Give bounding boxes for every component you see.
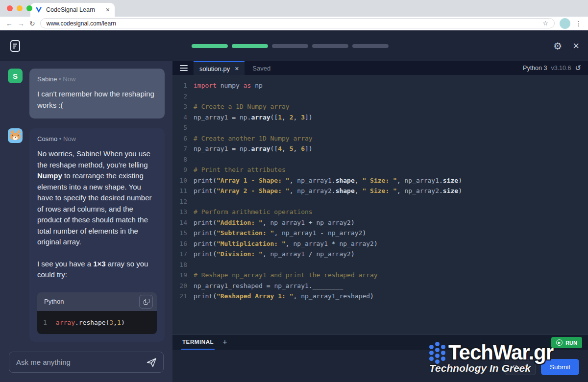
line-number: 7 <box>172 143 187 154</box>
maximize-window-button[interactable] <box>26 5 32 11</box>
back-icon[interactable]: ← <box>6 20 13 27</box>
saved-status: Saved <box>252 65 270 72</box>
reset-code-icon[interactable]: ↺ <box>575 64 581 72</box>
submit-button[interactable]: Submit <box>541 359 579 375</box>
code-line[interactable]: 17print("Division: ", np_array1 / np_arr… <box>172 249 588 260</box>
minimize-window-button[interactable] <box>17 5 23 11</box>
code-line[interactable]: 9# Print their attributes <box>172 165 588 175</box>
code-line[interactable]: 13# Perform arithmetic operations <box>172 207 588 217</box>
settings-gear-icon[interactable]: ⚙ <box>553 40 562 52</box>
runtime-name: Python 3 <box>523 65 547 72</box>
line-number: 18 <box>172 260 187 270</box>
browser-menu-icon[interactable]: ⋮ <box>575 20 582 27</box>
line-number: 4 <box>172 112 187 123</box>
progress-segment <box>272 44 308 48</box>
runtime-version: v3.10.6 <box>551 65 571 72</box>
editor-tab-solution[interactable]: solution.py × <box>194 61 245 75</box>
cosmo-bubble: Cosmo • Now No worries, Sabine! When you… <box>29 128 165 342</box>
paragraph: I can't remember how the reshaping works… <box>37 89 157 111</box>
line-number: 20 <box>172 281 187 291</box>
line-number: 14 <box>172 217 187 228</box>
line-number: 21 <box>172 291 187 302</box>
paragraph: No worries, Sabine! When you use the res… <box>37 148 157 248</box>
terminal-tab[interactable]: TERMINAL <box>181 335 215 350</box>
back-button[interactable]: Back <box>505 359 536 375</box>
chat-code-body: 1array.reshape(3,1) <box>37 311 157 334</box>
sabine-avatar: S <box>8 69 23 83</box>
message-text: No worries, Sabine! When you use the res… <box>37 148 157 281</box>
bookmark-star-icon[interactable]: ☆ <box>542 20 548 27</box>
code-line[interactable]: 18 <box>172 260 588 270</box>
code-editor[interactable]: 1import numpy as np23# Create a 1D Numpy… <box>172 75 588 334</box>
line-number: 3 <box>172 101 187 112</box>
browser-tab-title: CodeSignal Learn <box>46 6 102 13</box>
code-line[interactable]: 10print("Array 1 - Shape: ", np_array1.s… <box>172 175 588 186</box>
run-button[interactable]: ▶ RUN <box>551 337 582 348</box>
progress-segment <box>232 44 268 48</box>
editor-tab-label: solution.py <box>199 65 230 72</box>
editor-tab-close-icon[interactable]: × <box>235 65 239 72</box>
terminal-panel: TERMINAL + ▶ RUN Back Submit <box>172 334 588 382</box>
play-icon: ▶ <box>556 339 563 346</box>
chat-code-line: array.reshape(3,1) <box>56 319 125 326</box>
close-lesson-icon[interactable]: × <box>573 41 579 51</box>
code-line[interactable]: 3# Create a 1D Numpy array <box>172 101 588 112</box>
message-time: Now <box>63 75 75 83</box>
chat-message-cosmo: Cosmo • Now No worries, Sabine! When you… <box>8 128 165 342</box>
progress-bar <box>192 44 389 48</box>
line-number: 1 <box>172 80 187 91</box>
code-line[interactable]: 7np_array1 = np.array([4, 5, 6]) <box>172 143 588 154</box>
message-time: Now <box>63 135 76 143</box>
address-bar[interactable]: www.codesignal.com/learn ☆ <box>40 18 555 28</box>
message-header: Sabine • Now <box>37 75 157 83</box>
code-line[interactable]: 21print("Reshaped Array 1: ", np_array1_… <box>172 291 588 302</box>
browser-tab[interactable]: CodeSignal Learn × <box>30 3 115 17</box>
paragraph: I see you have a 1×3 array so you could … <box>37 259 157 281</box>
file-menu-icon[interactable] <box>180 61 188 75</box>
reload-icon[interactable]: ↻ <box>29 20 35 27</box>
code-line[interactable]: 4np_array1 = np.array([1, 2, 3]) <box>172 112 588 123</box>
code-line[interactable]: 12 <box>172 196 588 207</box>
line-number: 9 <box>172 165 187 175</box>
code-line[interactable]: 1import numpy as np <box>172 80 588 91</box>
ask-input[interactable] <box>16 358 146 366</box>
line-number: 16 <box>172 239 187 249</box>
line-number: 12 <box>172 196 187 207</box>
send-icon[interactable] <box>146 357 157 368</box>
browser-toolbar: ← → ↻ www.codesignal.com/learn ☆ ⋮ <box>0 17 588 30</box>
code-line[interactable]: 15print("Subtraction: ", np_array1 - np_… <box>172 228 588 239</box>
tab-close-icon[interactable]: × <box>106 6 110 13</box>
line-number: 11 <box>172 186 187 196</box>
window-controls[interactable] <box>7 5 32 11</box>
close-window-button[interactable] <box>7 5 13 11</box>
new-terminal-plus-icon[interactable]: + <box>222 338 227 347</box>
editor-panel: solution.py × Saved Python 3 v3.10.6 ↺ 1… <box>172 61 588 382</box>
progress-segment <box>352 44 389 48</box>
progress-segment <box>192 44 228 48</box>
codesignal-favicon <box>35 6 42 13</box>
code-line[interactable]: 5 <box>172 122 588 133</box>
lesson-notes-icon[interactable] <box>9 39 22 53</box>
chat-sidebar: S Sabine • Now I can't remember how the … <box>0 61 172 382</box>
code-line[interactable]: 6# Create another 1D Numpy array <box>172 133 588 144</box>
message-header: Cosmo • Now <box>37 135 157 143</box>
chat-input-box[interactable] <box>9 352 164 373</box>
chat-code-card: Python 1array.reshape(3,1) <box>37 292 157 334</box>
code-line[interactable]: 11print("Array 2 - Shape: ", np_array2.s… <box>172 186 588 196</box>
code-line[interactable]: 16print("Multiplication: ", np_array1 * … <box>172 239 588 249</box>
copy-code-button[interactable] <box>139 295 153 309</box>
code-line[interactable]: 2 <box>172 91 588 102</box>
line-number: 2 <box>172 91 187 102</box>
code-line[interactable]: 14print("Addition: ", np_array1 + np_arr… <box>172 217 588 228</box>
code-line[interactable]: 8 <box>172 154 588 165</box>
code-line[interactable]: 20np_array1_reshaped = np_array1._______… <box>172 281 588 291</box>
line-number: 13 <box>172 207 187 217</box>
browser-tab-strip: CodeSignal Learn × <box>0 0 588 17</box>
url-text[interactable]: www.codesignal.com/learn <box>47 20 539 27</box>
code-line[interactable]: 19# Reshape np_array1 and print the resh… <box>172 270 588 281</box>
line-number: 19 <box>172 270 187 281</box>
forward-icon[interactable]: → <box>18 20 24 27</box>
browser-profile-avatar[interactable] <box>560 18 570 29</box>
progress-segment <box>312 44 348 48</box>
chat-message-sabine: S Sabine • Now I can't remember how the … <box>8 69 165 119</box>
